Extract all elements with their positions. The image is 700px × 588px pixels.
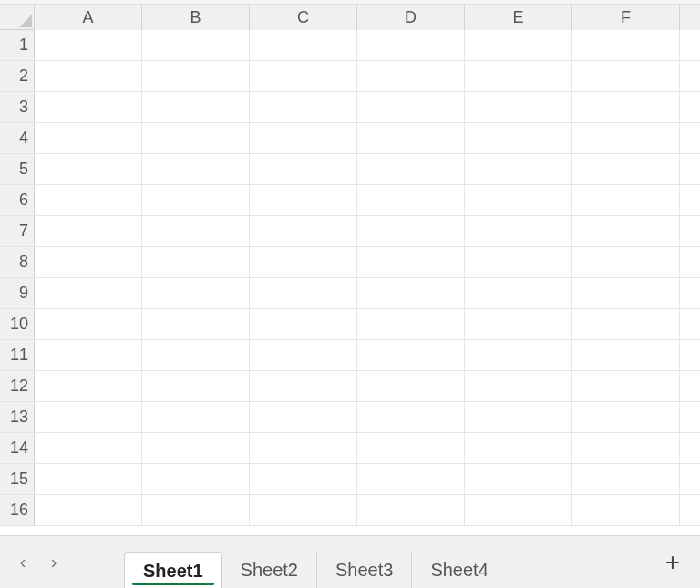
cell[interactable] [142, 123, 250, 154]
cell[interactable] [250, 185, 357, 216]
cell[interactable] [680, 278, 700, 309]
cell[interactable] [142, 495, 250, 526]
cell[interactable] [572, 92, 680, 123]
row-header[interactable]: 2 [0, 61, 35, 92]
cell[interactable] [680, 402, 700, 433]
cell[interactable] [357, 495, 465, 526]
cell[interactable] [572, 309, 680, 340]
cell[interactable] [250, 309, 357, 340]
row-header[interactable]: 9 [0, 278, 35, 309]
column-header[interactable]: F [572, 5, 680, 30]
cell[interactable] [142, 154, 250, 185]
cell[interactable] [35, 309, 142, 340]
cell[interactable] [250, 154, 357, 185]
cell[interactable] [250, 464, 357, 495]
cell[interactable] [142, 30, 250, 61]
row-header[interactable]: 10 [0, 309, 35, 340]
cell[interactable] [357, 247, 465, 278]
cell[interactable] [680, 154, 700, 185]
cell[interactable] [572, 433, 680, 464]
cell[interactable] [680, 340, 700, 371]
cell[interactable] [680, 371, 700, 402]
cell[interactable] [35, 340, 142, 371]
cell[interactable] [357, 371, 465, 402]
sheet-tab-sheet1[interactable]: Sheet1 [124, 552, 222, 588]
cell[interactable] [35, 216, 142, 247]
cell[interactable] [357, 154, 465, 185]
cell[interactable] [357, 433, 465, 464]
row-header[interactable]: 16 [0, 495, 35, 526]
cell[interactable] [142, 464, 250, 495]
cell[interactable] [142, 278, 250, 309]
cell[interactable] [572, 278, 680, 309]
cell[interactable] [142, 402, 250, 433]
row-header[interactable]: 1 [0, 30, 35, 61]
cell[interactable] [465, 278, 572, 309]
cell[interactable] [357, 402, 465, 433]
cell[interactable] [35, 123, 142, 154]
cell[interactable] [250, 371, 357, 402]
cell[interactable] [680, 92, 700, 123]
cell[interactable] [250, 247, 357, 278]
cell[interactable] [142, 185, 250, 216]
cell[interactable] [465, 433, 572, 464]
cell[interactable] [465, 216, 572, 247]
cell[interactable] [680, 433, 700, 464]
sheet-tab-sheet3[interactable]: Sheet3 [317, 552, 412, 588]
select-all-corner[interactable] [0, 5, 35, 30]
cell[interactable] [35, 371, 142, 402]
next-sheet-button[interactable]: › [38, 547, 69, 578]
cell[interactable] [357, 123, 465, 154]
column-header[interactable]: B [142, 5, 250, 30]
row-header[interactable]: 3 [0, 92, 35, 123]
column-header[interactable]: E [465, 5, 572, 30]
cell[interactable] [572, 495, 680, 526]
cell[interactable] [357, 464, 465, 495]
cell[interactable] [680, 495, 700, 526]
column-header[interactable]: A [35, 5, 142, 30]
column-header[interactable]: D [357, 5, 465, 30]
cell[interactable] [250, 495, 357, 526]
cell[interactable] [250, 433, 357, 464]
row-header[interactable]: 6 [0, 185, 35, 216]
cell[interactable] [142, 61, 250, 92]
cell[interactable] [35, 247, 142, 278]
cell[interactable] [357, 309, 465, 340]
cell[interactable] [357, 216, 465, 247]
cell[interactable] [680, 309, 700, 340]
cell[interactable] [465, 495, 572, 526]
cell[interactable] [680, 464, 700, 495]
row-header[interactable]: 8 [0, 247, 35, 278]
cell[interactable] [35, 185, 142, 216]
cell[interactable] [572, 340, 680, 371]
cell[interactable] [465, 464, 572, 495]
row-header[interactable]: 15 [0, 464, 35, 495]
cell[interactable] [250, 92, 357, 123]
cell[interactable] [142, 92, 250, 123]
cell[interactable] [572, 216, 680, 247]
add-sheet-button[interactable]: + [653, 542, 693, 583]
cell[interactable] [35, 278, 142, 309]
column-header[interactable]: C [250, 5, 357, 30]
cell[interactable] [35, 464, 142, 495]
cell[interactable] [142, 216, 250, 247]
cell[interactable] [680, 247, 700, 278]
cell[interactable] [357, 92, 465, 123]
cell[interactable] [250, 402, 357, 433]
cell[interactable] [35, 30, 142, 61]
cell[interactable] [572, 154, 680, 185]
row-header[interactable]: 7 [0, 216, 35, 247]
cell[interactable] [465, 402, 572, 433]
cell[interactable] [572, 247, 680, 278]
cell[interactable] [465, 92, 572, 123]
cell[interactable] [35, 61, 142, 92]
cell[interactable] [142, 433, 250, 464]
cell[interactable] [680, 61, 700, 92]
row-header[interactable]: 12 [0, 371, 35, 402]
column-header[interactable] [680, 5, 700, 30]
cell[interactable] [142, 340, 250, 371]
cell[interactable] [357, 278, 465, 309]
row-header[interactable]: 5 [0, 154, 35, 185]
cell[interactable] [250, 216, 357, 247]
cell[interactable] [250, 30, 357, 61]
